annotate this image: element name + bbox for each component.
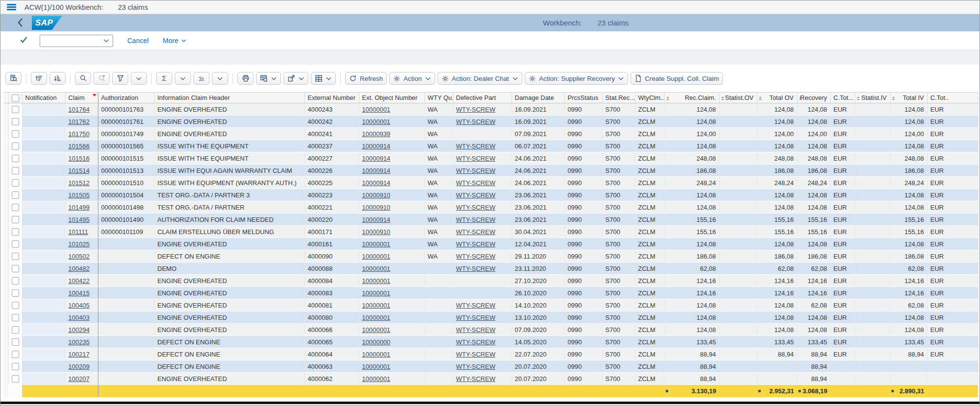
ext-object-link[interactable]: 10000914 xyxy=(362,155,391,162)
row-selector-cell[interactable] xyxy=(3,116,8,128)
row-checkbox[interactable] xyxy=(8,152,22,165)
row-selector-cell[interactable] xyxy=(3,311,8,324)
claim-link[interactable]: 100207 xyxy=(69,375,90,382)
menu-hamburger-icon[interactable] xyxy=(7,3,16,12)
ext-object-link[interactable]: 10000914 xyxy=(362,143,391,150)
ext-object-link[interactable]: 10000001 xyxy=(362,289,391,297)
ext-object-link[interactable]: 10000914 xyxy=(362,216,391,223)
claim-link[interactable]: 100294 xyxy=(69,326,90,334)
claim-link[interactable]: 100235 xyxy=(69,338,90,346)
row-checkbox[interactable] xyxy=(8,299,22,311)
row-selector-cell[interactable] xyxy=(3,201,8,214)
ext-object-link[interactable]: 10000001 xyxy=(362,240,391,248)
ext-object-link[interactable]: 10000910 xyxy=(362,191,391,199)
ext-object-link[interactable]: 10000001 xyxy=(362,314,391,321)
claim-link[interactable]: 100415 xyxy=(69,289,90,297)
ext-object-link[interactable]: 10000001 xyxy=(362,351,391,358)
row-selector-cell[interactable] xyxy=(3,152,8,165)
row-checkbox[interactable] xyxy=(8,287,22,299)
layout-button[interactable] xyxy=(311,72,336,85)
ext-object-link[interactable]: 10000000 xyxy=(362,338,391,346)
cancel-button[interactable]: Cancel xyxy=(127,37,149,45)
row-checkbox[interactable] xyxy=(8,373,22,385)
chevron-down-button[interactable] xyxy=(175,72,191,85)
ext-object-link[interactable]: 10000914 xyxy=(362,179,391,187)
column-header[interactable]: ΣRecovery xyxy=(797,93,830,103)
row-selector-cell[interactable] xyxy=(3,140,8,152)
row-selector-cell[interactable] xyxy=(3,238,8,250)
row-checkbox[interactable] xyxy=(8,263,22,275)
column-header[interactable]: Notification xyxy=(22,93,65,103)
ok-code-field[interactable] xyxy=(40,35,113,47)
defective-part-link[interactable]: WTY-SCREW xyxy=(456,375,495,382)
print-button[interactable] xyxy=(237,72,254,85)
column-header[interactable]: Ext. Object Number xyxy=(359,93,424,103)
claim-link[interactable]: 100403 xyxy=(69,314,90,321)
ext-object-link[interactable]: 10000939 xyxy=(362,130,391,138)
claim-link[interactable]: 101495 xyxy=(69,216,90,223)
defective-part-link[interactable]: WTY-SCREW xyxy=(456,351,495,358)
action-dealer-chat-button[interactable]: Action: Dealer Chat xyxy=(438,72,522,85)
row-selector-cell[interactable] xyxy=(3,189,8,201)
row-selector-cell[interactable] xyxy=(3,373,8,385)
row-selector-cell[interactable] xyxy=(3,263,8,275)
defective-part-link[interactable]: WTY-SCREW xyxy=(456,240,495,248)
column-header[interactable]: Authorization xyxy=(98,93,154,103)
back-chevron-icon[interactable] xyxy=(17,18,24,29)
column-header[interactable]: Defective Part xyxy=(453,93,512,103)
more-button[interactable]: More xyxy=(163,37,187,45)
claim-link[interactable]: 100209 xyxy=(69,363,90,370)
defective-part-link[interactable]: WTY-SCREW xyxy=(456,363,495,370)
defective-part-link[interactable]: WTY-SCREW xyxy=(456,118,495,125)
ext-object-link[interactable]: 10000910 xyxy=(362,228,391,236)
row-selector-cell[interactable] xyxy=(3,287,8,299)
column-header[interactable]: External Number xyxy=(304,93,359,103)
ext-object-link[interactable]: 10000001 xyxy=(362,302,391,309)
column-header[interactable]: WtyClm... xyxy=(635,93,664,103)
sort-descending-button[interactable] xyxy=(49,72,66,85)
row-selector-cell[interactable] xyxy=(3,165,8,177)
display-details-button[interactable] xyxy=(5,72,22,85)
row-checkbox[interactable] xyxy=(8,165,22,177)
ext-object-link[interactable]: 10000001 xyxy=(362,106,391,113)
row-selector-cell[interactable] xyxy=(3,324,8,336)
defective-part-link[interactable]: WTY-SCREW xyxy=(456,191,495,199)
claim-link[interactable]: 100502 xyxy=(69,253,90,260)
column-header[interactable]: C.Tot.. xyxy=(927,93,978,103)
defective-part-link[interactable]: WTY-SCREW xyxy=(456,228,495,236)
row-selector-cell[interactable] xyxy=(3,360,8,373)
column-header[interactable]: C.Tot... xyxy=(830,93,855,103)
ext-object-link[interactable]: 10000001 xyxy=(362,277,391,285)
claim-link[interactable]: 101025 xyxy=(69,240,90,248)
defective-part-link[interactable]: WTY-SCREW xyxy=(456,143,495,150)
claim-link[interactable]: 101764 xyxy=(69,106,90,113)
claim-link[interactable]: 101499 xyxy=(69,204,90,211)
claim-link[interactable]: 101516 xyxy=(69,155,90,162)
defective-part-link[interactable]: WTY-SCREW xyxy=(456,302,495,309)
select-all-checkbox[interactable] xyxy=(8,93,22,103)
find-next-button[interactable] xyxy=(93,72,110,85)
row-checkbox[interactable] xyxy=(8,360,22,373)
claim-link[interactable]: 100422 xyxy=(69,277,90,285)
column-header[interactable]: Damage Date xyxy=(512,93,564,103)
row-checkbox[interactable] xyxy=(8,116,22,128)
row-checkbox[interactable] xyxy=(8,226,22,238)
column-header[interactable]: PrcsStatus xyxy=(564,93,602,103)
column-header[interactable]: Information Claim Header xyxy=(154,93,304,103)
claim-link[interactable]: 101514 xyxy=(69,167,90,174)
refresh-button[interactable]: Refresh xyxy=(345,72,387,85)
ext-object-link[interactable]: 10000914 xyxy=(362,167,391,174)
claim-link[interactable]: 101505 xyxy=(69,191,90,199)
row-checkbox[interactable] xyxy=(8,103,22,116)
defective-part-link[interactable]: WTY-SCREW xyxy=(456,314,495,321)
defective-part-link[interactable]: WTY-SCREW xyxy=(456,179,495,187)
claim-link[interactable]: 100217 xyxy=(69,351,90,358)
claim-link[interactable]: 100482 xyxy=(69,265,90,272)
column-header[interactable]: WTY Qu... xyxy=(424,93,453,103)
ext-object-link[interactable]: 10000001 xyxy=(362,326,391,334)
claim-link[interactable]: 101750 xyxy=(69,130,90,138)
row-checkbox[interactable] xyxy=(8,189,22,201)
confirm-check-icon[interactable] xyxy=(20,36,27,45)
ext-object-link[interactable]: 10000001 xyxy=(362,265,391,272)
claim-link[interactable]: 101111 xyxy=(69,228,89,236)
